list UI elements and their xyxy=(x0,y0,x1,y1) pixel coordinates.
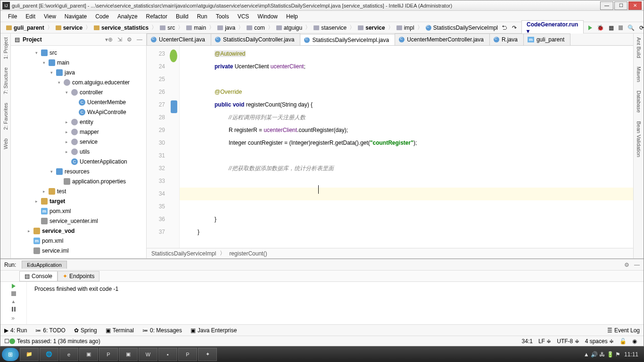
tree-item[interactable]: application.properties xyxy=(11,176,146,186)
breadcrumb-item[interactable]: atguigu xyxy=(274,25,304,31)
tool-tab-structure[interactable]: 7: Structure xyxy=(2,66,9,96)
console-output[interactable]: Process finished with exit code -1 xyxy=(27,282,644,324)
minimize-button[interactable]: — xyxy=(600,1,613,10)
tree-item[interactable]: service.iml xyxy=(11,246,146,255)
status-lock-icon[interactable]: ☐ xyxy=(4,338,9,345)
breadcrumb-item[interactable]: staservice xyxy=(312,25,348,31)
tree-item[interactable]: mpom.xml xyxy=(11,206,146,216)
line-separator[interactable]: LF ≑ xyxy=(536,338,554,345)
rerun-icon[interactable] xyxy=(12,284,16,288)
settings-icon[interactable]: ⚙ xyxy=(127,36,132,43)
tool-tab-project[interactable]: 1: Project xyxy=(2,35,9,61)
tool-spring[interactable]: ✿ Spring xyxy=(74,327,97,334)
minimize-panel-icon[interactable]: — xyxy=(634,262,640,268)
file-encoding[interactable]: UTF-8 ≑ xyxy=(554,338,582,345)
close-button[interactable]: ✕ xyxy=(628,1,642,10)
code-line[interactable]: } xyxy=(180,213,633,226)
tree-item[interactable]: ▾resources xyxy=(11,166,146,176)
breadcrumb-item[interactable]: impl xyxy=(395,25,416,31)
code-line[interactable] xyxy=(180,73,633,86)
tool-tab-database[interactable]: Database xyxy=(635,89,643,115)
tool-tab-web[interactable]: Web xyxy=(2,137,9,151)
tree-item[interactable]: CWxApiControlle xyxy=(11,107,146,117)
code-line[interactable]: } xyxy=(180,226,633,239)
tree-item[interactable]: CUcenterApplication xyxy=(11,156,146,166)
gutter-override-icon[interactable] xyxy=(171,100,177,113)
editor-tab[interactable]: UcenterMemberController.java xyxy=(395,33,490,45)
stop-icon[interactable] xyxy=(619,25,623,30)
breadcrumb-item[interactable]: java xyxy=(215,25,237,31)
breadcrumb-item[interactable]: main xyxy=(184,25,208,31)
select-opened-icon[interactable]: ⊕ xyxy=(108,36,113,43)
breadcrumb-item[interactable]: StatisticsDailyServiceImpl xyxy=(424,25,500,31)
tool-terminal[interactable]: ▣ Terminal xyxy=(106,327,134,334)
editor-tab[interactable]: mguli_parent xyxy=(523,33,570,45)
tool-tab-favorites[interactable]: 2: Favorites xyxy=(2,101,9,132)
tool-messages[interactable]: ≔ 0: Messages xyxy=(142,327,182,334)
tree-item[interactable]: ▸target xyxy=(11,196,146,206)
forward-icon[interactable]: ↷ xyxy=(512,25,517,31)
code-line[interactable] xyxy=(180,149,633,162)
hide-icon[interactable]: — xyxy=(137,36,142,43)
menu-file[interactable]: File xyxy=(4,12,21,21)
console-tab[interactable]: ▤Console xyxy=(19,271,58,281)
tool-tab-ant[interactable]: Ant Build xyxy=(635,35,643,60)
code-line[interactable]: @Autowired xyxy=(180,48,633,60)
crumb-class[interactable]: StatisticsDailyServiceImpl xyxy=(151,250,216,257)
menu-view[interactable]: View xyxy=(40,12,60,21)
breadcrumb-item[interactable]: service xyxy=(54,25,84,31)
task-app2[interactable]: P xyxy=(99,348,118,361)
task-app4[interactable]: P xyxy=(178,348,197,361)
code-line[interactable]: //远程调用得到某一天注册人数 xyxy=(180,111,633,124)
more-icon[interactable]: » xyxy=(11,314,16,321)
menu-window[interactable]: Window xyxy=(254,12,281,21)
gear-icon[interactable]: ⚙ xyxy=(624,262,629,268)
stop-run-icon[interactable] xyxy=(11,291,16,296)
update-icon[interactable]: ⟳ xyxy=(639,25,644,31)
task-word[interactable]: W xyxy=(139,348,157,361)
menu-build[interactable]: Build xyxy=(172,12,192,21)
tree-item[interactable]: CUcenterMembe xyxy=(11,97,146,107)
run-config-tab[interactable]: EduApplication xyxy=(22,261,66,269)
back-icon[interactable]: ⮌ xyxy=(502,25,507,31)
indent-setting[interactable]: 4 spaces ≑ xyxy=(582,338,617,345)
breadcrumb-item[interactable]: guli_parent xyxy=(4,25,46,31)
tree-item[interactable]: mpom.xml xyxy=(11,236,146,246)
task-explorer[interactable]: 📁 xyxy=(20,348,39,361)
task-ie[interactable]: e xyxy=(59,348,78,361)
tree-item[interactable]: ▾controller xyxy=(11,87,146,97)
maximize-button[interactable]: ☐ xyxy=(614,1,627,10)
code-line[interactable]: @Override xyxy=(180,86,633,99)
code-line[interactable]: private UcenterClient ucenterClient; xyxy=(180,60,633,73)
caret-position[interactable]: 34:1 xyxy=(519,338,536,345)
editor-tab[interactable]: StatisticsDailyServiceImpl.java xyxy=(300,34,395,46)
code-line[interactable] xyxy=(180,188,633,200)
menu-run[interactable]: Run xyxy=(193,12,211,21)
tree-item[interactable]: ▸entity xyxy=(11,117,146,127)
pause-icon[interactable] xyxy=(12,307,16,312)
menu-navigate[interactable]: Navigate xyxy=(61,12,91,21)
editor-tab[interactable]: R.java xyxy=(489,33,524,45)
menu-vcs[interactable]: VCS xyxy=(234,12,253,21)
tool-java-ee[interactable]: ▣ Java Enterprise xyxy=(190,327,237,334)
scroll-up-icon[interactable]: ▲ xyxy=(11,299,16,304)
code-line[interactable]: public void registerCount(String day) { xyxy=(180,99,633,111)
code-line[interactable]: //把获取数据添加数据库，统计分析表里面 xyxy=(180,162,633,175)
tree-item[interactable]: ▸service_vod xyxy=(11,226,146,236)
debug-icon[interactable]: 🐞 xyxy=(597,25,604,31)
breadcrumb-item[interactable]: service_statistics xyxy=(92,25,150,31)
tool-tab-maven[interactable]: Maven xyxy=(635,65,643,84)
tree-item[interactable]: ▾com.atguigu.educenter xyxy=(11,77,146,87)
task-app1[interactable]: ▣ xyxy=(79,348,98,361)
run-config-dropdown[interactable]: CodeGenerator.run ▾ xyxy=(521,20,584,35)
menu-code[interactable]: Code xyxy=(91,12,113,21)
tree-item[interactable]: ▸utils xyxy=(11,147,146,156)
search-icon[interactable]: 🔍 xyxy=(627,25,635,31)
tool-todo[interactable]: ≔ 6: TODO xyxy=(35,327,66,334)
menu-analyze[interactable]: Analyze xyxy=(114,12,141,21)
gutter-bean-icon[interactable] xyxy=(170,49,177,62)
tree-item[interactable]: ▾java xyxy=(11,67,146,77)
tree-item[interactable]: ▸mapper xyxy=(11,127,146,137)
inspection-icon[interactable]: ◉ xyxy=(629,338,640,345)
crumb-method[interactable]: registerCount() xyxy=(229,250,267,257)
